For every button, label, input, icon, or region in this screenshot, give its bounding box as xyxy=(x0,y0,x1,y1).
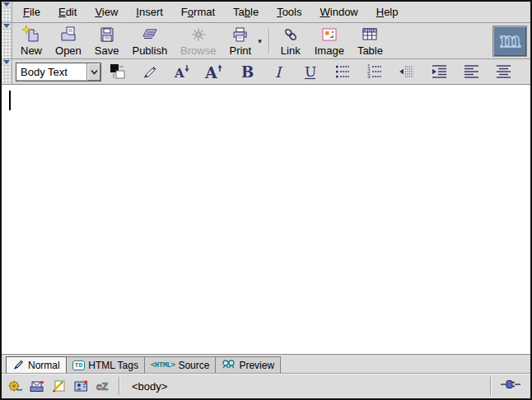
chevron-down-icon[interactable] xyxy=(86,63,100,81)
align-left-button[interactable] xyxy=(455,61,487,83)
svg-text:A: A xyxy=(204,63,217,81)
svg-text:B: B xyxy=(241,63,254,81)
main-toolbar: New Open xyxy=(2,23,530,59)
statusbar-separator xyxy=(490,377,492,395)
paragraph-style-value: Body Text xyxy=(16,66,86,78)
component-bar: cZ xyxy=(4,379,117,393)
font-smaller-icon: A xyxy=(171,62,193,81)
td-tag-icon: TD xyxy=(72,360,86,370)
text-caret xyxy=(9,91,11,110)
brush-icon xyxy=(12,358,25,372)
browse-button[interactable]: Browse xyxy=(174,23,222,58)
new-button[interactable]: New xyxy=(14,23,49,58)
paragraph-style-select[interactable]: Body Text xyxy=(16,63,101,81)
plug-online-icon xyxy=(500,379,521,393)
text-color-swatch-icon xyxy=(108,62,128,81)
browse-sparkle-icon xyxy=(188,25,209,44)
align-center-icon xyxy=(493,62,513,81)
text-color-picker[interactable] xyxy=(101,61,133,83)
menu-help[interactable]: Help xyxy=(367,2,408,22)
menu-insert[interactable]: Insert xyxy=(127,2,172,22)
image-button[interactable]: Image xyxy=(308,23,351,58)
svg-text:A: A xyxy=(174,66,184,81)
status-bar: cZ <body> xyxy=(2,373,530,398)
navigator-icon[interactable] xyxy=(7,379,23,393)
highlight-pen-icon xyxy=(140,62,160,81)
addressbook-icon[interactable] xyxy=(73,379,90,393)
print-button[interactable]: Print xyxy=(222,23,258,58)
indent-icon xyxy=(429,62,449,81)
table-grid-icon xyxy=(359,25,380,44)
chatzilla-icon[interactable]: cZ xyxy=(96,379,112,393)
mozilla-m-logo-icon: m xyxy=(496,26,524,56)
outdent-icon xyxy=(397,62,417,81)
bold-icon: B xyxy=(236,62,256,81)
open-folder-icon xyxy=(58,25,79,44)
numbered-list-button[interactable]: 123 xyxy=(358,61,390,83)
document-edit-area[interactable] xyxy=(2,85,530,354)
chain-link-icon xyxy=(280,25,301,44)
menu-table[interactable]: Table xyxy=(224,2,268,22)
tab-preview[interactable]: Preview xyxy=(215,356,281,373)
table-button[interactable]: Table xyxy=(351,23,390,58)
bold-button[interactable]: B xyxy=(230,61,262,83)
publish-icon xyxy=(139,25,161,44)
preview-eyes-icon xyxy=(222,358,236,372)
toolbar-separator xyxy=(268,29,270,53)
menu-tools[interactable]: Tools xyxy=(268,2,310,22)
svg-text:3: 3 xyxy=(367,73,371,79)
toolbar-spacer xyxy=(390,23,492,58)
outdent-button[interactable] xyxy=(390,61,422,83)
element-path-text: <body> xyxy=(132,380,167,393)
svg-text:m: m xyxy=(500,28,520,52)
menu-view[interactable]: View xyxy=(86,2,127,22)
svg-text:cZ: cZ xyxy=(96,381,108,393)
mail-icon[interactable] xyxy=(29,379,45,393)
indent-button[interactable] xyxy=(422,61,455,83)
menu-edit[interactable]: Edit xyxy=(49,2,86,22)
picture-icon xyxy=(319,25,340,44)
italic-icon: I xyxy=(268,62,288,81)
tab-html-tags[interactable]: TD HTML Tags xyxy=(66,356,145,373)
print-dropdown-arrow[interactable]: ▾ xyxy=(258,37,265,45)
menu-file[interactable]: File xyxy=(14,2,49,22)
highlight-color-button[interactable] xyxy=(133,61,166,83)
save-floppy-icon xyxy=(96,25,118,44)
online-status-button[interactable] xyxy=(493,379,528,393)
menu-window[interactable]: Window xyxy=(311,2,367,22)
statusbar-separator xyxy=(119,377,120,395)
html-brackets-icon: <HTML> xyxy=(151,361,175,370)
svg-text:U: U xyxy=(305,63,316,80)
toolbar-grippy[interactable] xyxy=(2,2,12,22)
italic-button[interactable]: I xyxy=(262,61,294,83)
bulleted-list-button[interactable] xyxy=(326,61,358,83)
underline-icon: U xyxy=(301,62,320,81)
element-path[interactable]: <body> xyxy=(122,380,488,393)
numbered-list-icon: 123 xyxy=(365,62,385,81)
tab-source[interactable]: <HTML> Source xyxy=(144,356,216,373)
decrease-font-size-button[interactable]: A xyxy=(166,61,198,83)
format-toolbar: Body Text xyxy=(2,59,530,85)
align-left-icon xyxy=(461,62,481,81)
open-button[interactable]: Open xyxy=(49,23,88,58)
toolbar-grippy[interactable] xyxy=(2,23,12,58)
composer-icon[interactable] xyxy=(51,379,68,393)
svg-text:I: I xyxy=(275,63,283,81)
align-center-button[interactable] xyxy=(487,61,519,83)
underline-button[interactable]: U xyxy=(294,61,326,83)
font-larger-icon: A xyxy=(203,62,225,81)
menu-format[interactable]: Format xyxy=(172,2,224,22)
composer-window: File Edit View Insert Format Table Tools… xyxy=(0,0,532,400)
increase-font-size-button[interactable]: A xyxy=(198,61,230,83)
mozilla-throbber[interactable]: m xyxy=(492,26,527,57)
tab-normal[interactable]: Normal xyxy=(6,356,67,373)
menu-bar: File Edit View Insert Format Table Tools… xyxy=(2,2,530,23)
link-button[interactable]: Link xyxy=(273,23,308,58)
new-page-icon xyxy=(21,25,42,44)
save-button[interactable]: Save xyxy=(88,23,126,58)
toolbar-grippy[interactable] xyxy=(2,59,12,84)
printer-icon xyxy=(230,25,251,44)
bulleted-list-icon xyxy=(333,62,352,81)
edit-mode-tabstrip: Normal TD HTML Tags <HTML> Source Previe… xyxy=(2,354,530,373)
publish-button[interactable]: Publish xyxy=(125,23,174,58)
